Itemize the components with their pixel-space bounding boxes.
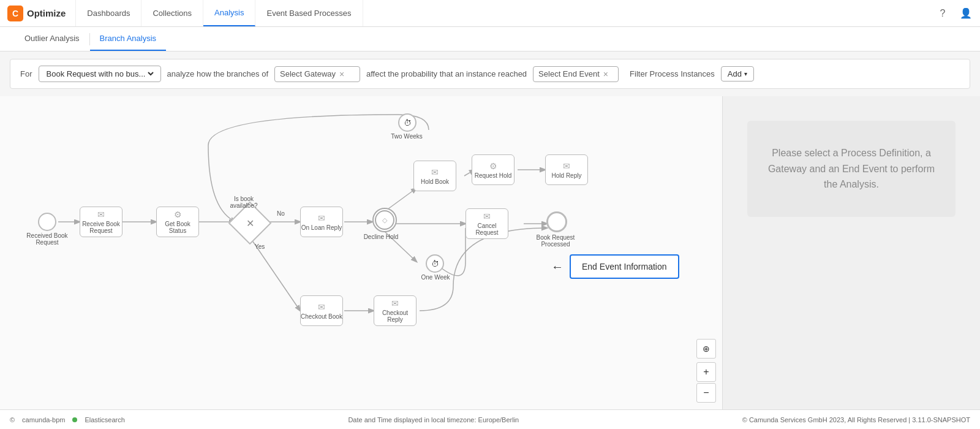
task-hold-reply[interactable]: ✉ Hold Reply [545,154,588,185]
task-label: Cancel Request [466,222,508,236]
nav-item-event-based[interactable]: Event Based Processes [255,0,363,26]
gateway-clear-btn[interactable]: × [339,69,344,79]
tooltip-text: End Event Information [582,262,667,271]
gateway-label: Is book availalbe? [219,196,268,209]
task-on-loan[interactable]: ✉ On Loan Reply [300,207,343,237]
subnav-item-branch[interactable]: Branch Analysis [90,27,167,51]
top-nav: C Optimize Dashboards Collections Analys… [0,0,980,27]
envelope-icon-7: ✉ [391,298,399,308]
bpmn-canvas: Received BookRequest ✉ Receive BookReque… [0,96,723,415]
help-icon[interactable]: ? [936,7,949,20]
gateway-decline-hold[interactable]: ◇ [372,208,397,232]
affect-label: affect the probability that an instance … [366,69,527,78]
gateway-placeholder: Select Gateway [280,69,336,78]
nav-right: ? 👤 [936,7,973,20]
footer: © camunda-bpm Elasticsearch Date and Tim… [0,409,980,429]
end-event-label: Book RequestProcessed [528,234,583,248]
elasticsearch-label: Elasticsearch [85,416,124,423]
tooltip-arrow-icon: ← [551,260,564,274]
task-hold-book[interactable]: ✉ Hold Book [413,161,456,191]
main-content: Received BookRequest ✉ Receive BookReque… [0,96,980,415]
envelope-icon-4: ✉ [563,161,570,171]
add-filter-button[interactable]: Add ▾ [721,66,754,82]
gateway-is-available[interactable]: ✕ [235,208,265,238]
timezone-text: Date and Time displayed in local timezon… [348,416,519,423]
yes-label: Yes [255,243,265,250]
footer-left: © camunda-bpm Elasticsearch [10,416,125,423]
task-request-hold[interactable]: ⚙ Request Hold [472,154,514,185]
envelope-icon-6: ✉ [318,302,325,312]
elasticsearch-status-dot [72,417,77,422]
footer-center: Date and Time displayed in local timezon… [125,416,742,423]
one-week-label: One Week [417,274,454,281]
task-label: Receive BookRequest [82,221,120,234]
start-event-label: Received BookRequest [26,232,69,246]
end-event-tooltip: ← End Event Information [570,254,679,279]
nav-item-analysis[interactable]: Analysis [203,0,255,26]
x-mark-icon: ✕ [246,218,254,229]
task-label: Checkout Book [301,313,342,320]
analyze-label: analyze how the branches of [167,69,269,78]
envelope-icon-3: ✉ [431,167,439,177]
task-checkout-book[interactable]: ✉ Checkout Book [300,295,343,326]
gateway-selector[interactable]: Select Gateway × [274,66,360,82]
envelope-icon: ✉ [97,210,105,219]
task-label: Hold Reply [552,172,582,179]
logo-area: C Optimize [7,6,66,21]
decline-hold-label: Decline Hold [363,233,399,240]
filter-instances-label: Filter Process Instances [630,69,715,78]
process-selector[interactable]: Book Request with no bus... [39,66,161,82]
nav-items: Dashboards Collections Analysis Event Ba… [75,0,363,26]
process-dropdown[interactable]: Book Request with no bus... [44,69,156,79]
envelope-icon-5: ✉ [483,211,491,221]
task-checkout-reply[interactable]: ✉ Checkout Reply [374,295,417,326]
for-label: For [20,69,32,78]
end-event-selector[interactable]: Select End Event × [533,66,619,82]
task-label: Hold Book [421,178,449,185]
envelope-icon-2: ✉ [318,213,325,223]
zoom-controls: ⊕ + − [696,339,716,403]
task-receive-book[interactable]: ✉ Receive BookRequest [80,207,123,237]
camunda-label: camunda-bpm [22,416,65,423]
chevron-down-icon: ▾ [744,70,747,77]
zoom-out-btn[interactable]: − [696,383,716,403]
gear-icon-2: ⚙ [489,161,497,171]
nav-item-dashboards[interactable]: Dashboards [75,0,141,26]
app-name: Optimize [27,8,66,18]
info-message: Please select a Process Definition, a Ga… [768,148,935,189]
task-label: Get BookStatus [165,221,190,234]
add-label: Add [728,69,742,78]
end-event-clear-btn[interactable]: × [603,69,608,79]
footer-right: © Camunda Services GmbH 2023, All Rights… [742,416,970,423]
end-event-placeholder: Select End Event [538,69,600,78]
filter-bar: For Book Request with no bus... analyze … [10,59,970,89]
timer-two-weeks[interactable]: ⏱ [398,113,417,132]
task-get-book[interactable]: ⚙ Get BookStatus [156,207,199,237]
zoom-target-btn[interactable]: ⊕ [696,339,716,359]
copyright-text: © Camunda Services GmbH 2023, All Rights… [742,416,970,423]
timer-one-week[interactable]: ⏱ [426,254,444,273]
task-cancel-request[interactable]: ✉ Cancel Request [466,208,508,239]
end-event-book-processed[interactable] [546,211,567,232]
two-weeks-label: Two Weeks [388,133,425,140]
start-event[interactable] [38,213,56,231]
sub-nav: Outlier Analysis Branch Analysis [0,27,980,51]
copyright-icon: © [10,416,15,423]
task-label: Request Hold [475,172,512,179]
no-label: No [277,210,285,217]
zoom-in-btn[interactable]: + [696,362,716,382]
task-label: On Loan Reply [301,224,342,231]
logo-icon: C [7,6,23,21]
analysis-info-box: Please select a Process Definition, a Ga… [747,121,956,217]
task-label: Checkout Reply [374,309,416,323]
nav-item-collections[interactable]: Collections [141,0,203,26]
right-panel: Please select a Process Definition, a Ga… [723,96,980,415]
gear-icon: ⚙ [174,210,182,219]
subnav-item-outlier[interactable]: Outlier Analysis [15,27,89,51]
user-icon[interactable]: 👤 [959,7,973,20]
